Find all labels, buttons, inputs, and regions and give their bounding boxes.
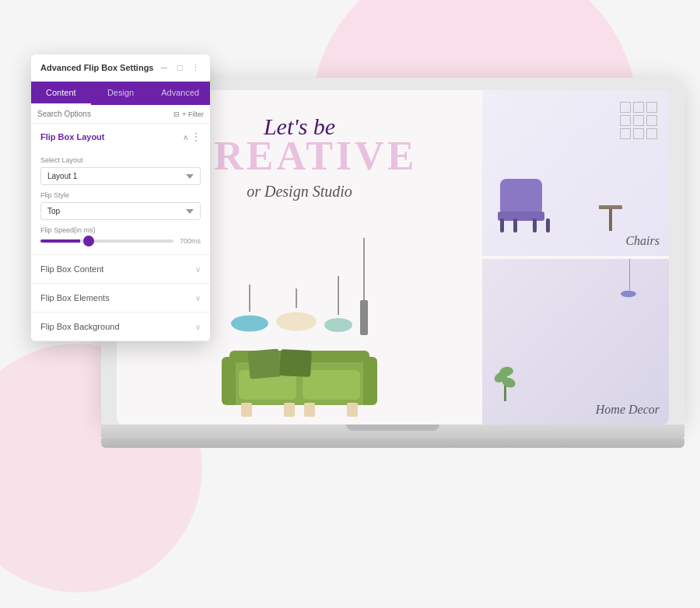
- background-chevron-down-icon: ∨: [195, 323, 201, 331]
- layout-section-content: Select Layout Layout 1 Layout 2 Layout 3…: [31, 156, 210, 254]
- sofa-pillow-2: [279, 349, 312, 377]
- section-dots-icon[interactable]: ⋮: [191, 131, 201, 142]
- lamp-cord-3: [338, 276, 339, 315]
- laptop-bottom: [101, 439, 684, 448]
- pendant-shade: [621, 291, 636, 297]
- preview-card-homedecor: Home Decor: [482, 259, 669, 425]
- lamp-shade-4: [360, 300, 368, 335]
- lamp-shade-2: [276, 312, 317, 331]
- flip-box-content-section[interactable]: Flip Box Content ∨: [31, 255, 210, 284]
- flip-style-label: Flip Style: [40, 191, 201, 199]
- flip-box-background-title: Flip Box Background: [40, 322, 120, 331]
- grid-cell: [620, 128, 631, 139]
- flip-box-elements-title: Flip Box Elements: [40, 293, 110, 302]
- grid-cell: [633, 128, 644, 139]
- grid-cell: [646, 128, 657, 139]
- sofa-area: [132, 339, 467, 417]
- select-layout-label: Select Layout: [40, 156, 201, 164]
- layout-section-header[interactable]: Flip Box Layout ∧ ⋮: [31, 124, 210, 150]
- flip-box-background-section[interactable]: Flip Box Background ∨: [31, 313, 210, 341]
- tab-advanced[interactable]: Advanced: [150, 82, 210, 105]
- settings-panel: Advanced Flip Box Settings ─ □ ⋮ Content…: [31, 54, 210, 341]
- lamp-shade-1: [231, 316, 268, 332]
- plant-leaf-2: [500, 376, 516, 389]
- flip-box-layout-section: Flip Box Layout ∧ ⋮ Select Layout Layout…: [31, 124, 210, 255]
- panel-search: ⊟ + Filter: [31, 105, 210, 124]
- chair-back: [500, 179, 542, 211]
- filter-icon: ⊟: [173, 110, 180, 118]
- chair-leg-4: [533, 218, 537, 232]
- more-icon[interactable]: ⋮: [190, 62, 201, 73]
- flip-box-elements-section[interactable]: Flip Box Elements ∨: [31, 284, 210, 313]
- preview-right: Chairs Home Decor: [482, 90, 669, 425]
- grid-cell: [620, 102, 631, 113]
- layout-section-title: Flip Box Layout: [40, 132, 105, 142]
- sofa-pillow-1: [248, 348, 282, 379]
- search-input[interactable]: [37, 110, 169, 118]
- lamp-cord-4: [363, 238, 365, 300]
- chair-leg-1: [500, 218, 504, 232]
- tab-design[interactable]: Design: [91, 82, 151, 105]
- chair-seat: [498, 211, 544, 221]
- chairs-card-label: Chairs: [625, 234, 660, 248]
- sofa-leg-3: [347, 403, 358, 417]
- filter-label: + Filter: [182, 110, 204, 118]
- sofa-leg-2: [284, 403, 295, 417]
- pendant-cord: [629, 259, 631, 290]
- flip-speed-slider[interactable]: [40, 239, 173, 243]
- chair-leg-3: [546, 218, 550, 232]
- section-up-arrow: ∧: [183, 133, 188, 142]
- panel-header: Advanced Flip Box Settings ─ □ ⋮: [31, 54, 210, 82]
- elements-chevron-down-icon: ∨: [195, 294, 201, 302]
- side-table: [599, 205, 622, 232]
- lamp-cord-2: [296, 288, 297, 308]
- flip-speed-value: 700ms: [180, 237, 201, 245]
- maximize-icon[interactable]: □: [174, 62, 185, 73]
- filter-button[interactable]: ⊟ + Filter: [173, 110, 204, 118]
- lamp-4: [360, 238, 368, 335]
- panel-tabs: Content Design Advanced: [31, 82, 210, 105]
- grid-cell: [633, 102, 644, 113]
- plant-leaf-3: [499, 366, 514, 378]
- grid-cell: [633, 115, 644, 126]
- preview-card-chairs: Chairs: [482, 90, 669, 256]
- laptop-base: [101, 425, 684, 439]
- panel-header-icons: ─ □ ⋮: [159, 62, 201, 73]
- flip-style-select[interactable]: Top Bottom Left Right: [40, 202, 201, 220]
- minimize-icon[interactable]: ─: [159, 62, 170, 73]
- homedecor-card-label: Home Decor: [596, 403, 660, 417]
- range-container: 700ms: [40, 237, 201, 245]
- grid-cell: [646, 102, 657, 113]
- content-chevron-down-icon: ∨: [195, 265, 201, 274]
- grid-cell: [646, 115, 657, 126]
- chair-illustration: [494, 170, 556, 232]
- plant-decor: [498, 362, 513, 401]
- lamp-2: [276, 288, 317, 335]
- lamp-shade-3: [324, 318, 352, 332]
- section-icons: ∧ ⋮: [183, 131, 201, 142]
- sofa-leg-4: [304, 403, 315, 417]
- tab-content[interactable]: Content: [31, 82, 91, 105]
- lamp-cord-1: [249, 285, 250, 312]
- sofa-armrest-left: [222, 357, 236, 405]
- chair-leg-2: [513, 218, 517, 232]
- side-table-leg: [609, 209, 612, 231]
- layout-select[interactable]: Layout 1 Layout 2 Layout 3: [40, 167, 201, 185]
- lamp-1: [231, 285, 268, 335]
- flip-speed-label: Flip Speed(in ms): [40, 226, 201, 234]
- sofa-armrest-right: [363, 357, 377, 405]
- sofa-cushion2: [303, 370, 360, 400]
- flip-box-content-title: Flip Box Content: [40, 264, 103, 274]
- lamp-3: [324, 276, 352, 335]
- panel-title: Advanced Flip Box Settings: [40, 63, 153, 72]
- sofa: [222, 339, 377, 417]
- grid-decor: [620, 102, 657, 139]
- sofa-leg-1: [241, 403, 252, 417]
- grid-cell: [620, 115, 631, 126]
